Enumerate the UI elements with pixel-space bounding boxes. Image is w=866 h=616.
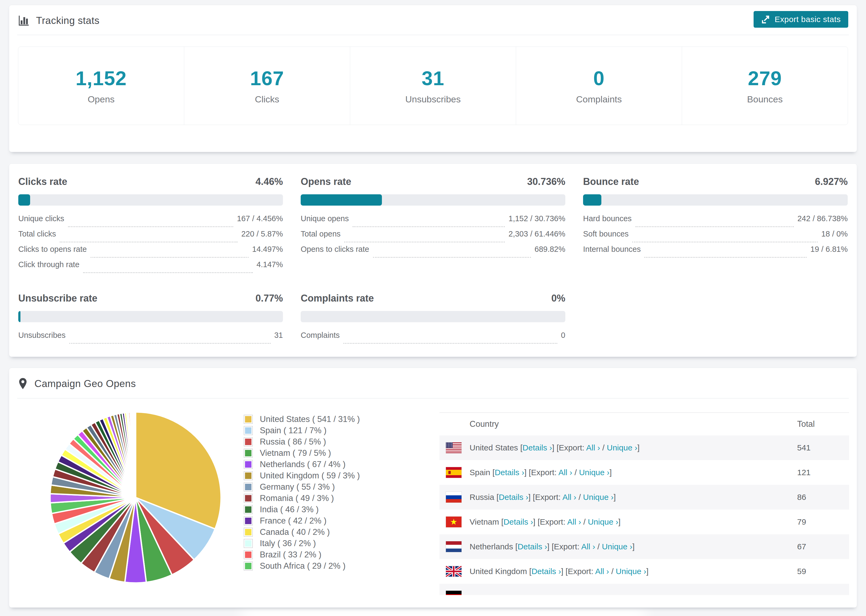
legend-swatch bbox=[244, 482, 253, 492]
legend-label: Vietnam ( 79 / 5% ) bbox=[260, 448, 331, 458]
dotted-leader bbox=[83, 272, 252, 273]
flag-icon-us bbox=[446, 442, 461, 453]
rate-row-value: 220 / 5.87% bbox=[241, 229, 283, 238]
legend-item-canada: Canada ( 40 / 2% ) bbox=[244, 526, 360, 538]
country-cell: Netherlands [Details ›] [Export: All › /… bbox=[469, 542, 635, 551]
geo-header-divider bbox=[17, 398, 849, 399]
rate-row-value: 4.147% bbox=[257, 260, 283, 269]
rate-row-label: Internal bounces bbox=[583, 245, 641, 254]
export-all-link[interactable]: All › bbox=[586, 443, 600, 452]
tracking-stats-header: Tracking stats Export basic stats bbox=[9, 5, 857, 27]
legend-swatch bbox=[244, 516, 253, 525]
legend-label: Netherlands ( 67 / 4% ) bbox=[260, 460, 346, 469]
dotted-leader bbox=[344, 242, 505, 242]
export-all-link[interactable]: All › bbox=[581, 542, 595, 551]
legend-item-united-states: United States ( 541 / 31% ) bbox=[244, 413, 360, 425]
export-all-link[interactable]: All › bbox=[562, 493, 576, 501]
export-icon bbox=[761, 15, 770, 24]
legend-label: Germany ( 55 / 3% ) bbox=[260, 482, 335, 492]
rate-row-value: 2,303 / 61.446% bbox=[509, 229, 565, 238]
dotted-leader bbox=[343, 343, 557, 344]
legend-swatch bbox=[244, 415, 253, 424]
rate-title: Bounce rate bbox=[583, 176, 639, 187]
export-all-link[interactable]: All › bbox=[567, 517, 581, 526]
export-prefix: Export: bbox=[531, 468, 556, 477]
legend-swatch bbox=[244, 471, 253, 480]
geo-title: Campaign Geo Opens bbox=[35, 378, 136, 390]
legend-item-russia: Russia ( 86 / 5% ) bbox=[244, 436, 360, 448]
stat-label: Bounces bbox=[747, 94, 783, 105]
stat-bounces: 279Bounces bbox=[682, 47, 848, 125]
details-link[interactable]: Details › bbox=[504, 517, 533, 526]
table-row-vietnam: ★Vietnam [Details ›] [Export: All › / Un… bbox=[439, 509, 849, 534]
dotted-leader bbox=[60, 242, 238, 242]
details-link[interactable]: Details › bbox=[518, 542, 547, 551]
rate-progress-fill bbox=[583, 194, 601, 206]
total-cell: 541 bbox=[797, 443, 849, 452]
details-link[interactable]: Details › bbox=[531, 567, 561, 576]
table-row-spain: Spain [Details ›] [Export: All › / Uniqu… bbox=[439, 460, 849, 485]
rate-row-label: Total opens bbox=[301, 229, 340, 238]
rate-headline-value: 6.927% bbox=[815, 176, 848, 187]
dotted-leader bbox=[644, 257, 806, 258]
stat-complaints: 0Complaints bbox=[516, 47, 682, 125]
export-basic-stats-button[interactable]: Export basic stats bbox=[754, 11, 848, 28]
rate-title: Complaints rate bbox=[301, 293, 374, 304]
dotted-leader bbox=[353, 226, 505, 227]
export-prefix: Export: bbox=[568, 567, 593, 576]
export-button-label: Export basic stats bbox=[775, 15, 841, 24]
stat-value: 0 bbox=[593, 67, 605, 90]
legend-label: Canada ( 40 / 2% ) bbox=[260, 527, 330, 537]
legend-item-romania: Romania ( 49 / 3% ) bbox=[244, 493, 360, 504]
stat-value: 1,152 bbox=[76, 67, 127, 90]
rate-row-label: Click through rate bbox=[18, 260, 79, 269]
country-cell: United Kingdom [Details ›] [Export: All … bbox=[469, 567, 649, 576]
total-cell: 59 bbox=[797, 567, 849, 576]
export-all-link[interactable]: All › bbox=[595, 567, 609, 576]
rate-headline-value: 4.46% bbox=[255, 176, 283, 187]
country-name: Russia bbox=[469, 493, 494, 501]
country-name: Netherlands bbox=[469, 542, 513, 551]
export-unique-link[interactable]: Unique › bbox=[583, 493, 614, 501]
rate-progress-track bbox=[18, 311, 283, 322]
details-link[interactable]: Details › bbox=[499, 493, 528, 501]
rate-detail-row: Unique clicks167 / 4.456% bbox=[18, 214, 283, 229]
campaign-stats-page: { "colors": { "accent_teal": "#1792a9", … bbox=[0, 0, 866, 616]
header-divider bbox=[17, 35, 849, 35]
export-unique-link[interactable]: Unique › bbox=[616, 567, 646, 576]
legend-label: Brazil ( 33 / 2% ) bbox=[260, 550, 321, 559]
export-unique-link[interactable]: Unique › bbox=[602, 542, 632, 551]
details-link[interactable]: Details › bbox=[494, 468, 524, 477]
export-unique-link[interactable]: Unique › bbox=[588, 517, 618, 526]
rate-row-value: 0 bbox=[561, 331, 565, 340]
rate-headline-value: 0.77% bbox=[255, 293, 283, 304]
stat-clicks: 167Clicks bbox=[184, 47, 350, 125]
legend-swatch bbox=[244, 426, 253, 435]
legend-label: Spain ( 121 / 7% ) bbox=[260, 426, 326, 435]
legend-item-vietnam: Vietnam ( 79 / 5% ) bbox=[244, 448, 360, 459]
dotted-leader bbox=[91, 257, 249, 258]
details-link[interactable]: Details › bbox=[523, 443, 552, 452]
rate-section-bounce-rate: Bounce rate6.927%Hard bounces242 / 86.73… bbox=[583, 176, 848, 275]
map-pin-icon bbox=[18, 378, 28, 390]
legend-swatch bbox=[244, 505, 253, 514]
rate-row-value: 1,152 / 30.736% bbox=[509, 214, 565, 223]
legend-swatch bbox=[244, 449, 253, 458]
rate-row-label: Unique opens bbox=[301, 214, 349, 223]
rate-row-value: 689.82% bbox=[535, 245, 565, 254]
rate-detail-row: Opens to clicks rate689.82% bbox=[301, 245, 565, 260]
export-unique-link[interactable]: Unique › bbox=[607, 443, 637, 452]
stats-summary-box: 1,152Opens167Clicks31Unsubscribes0Compla… bbox=[18, 47, 848, 125]
legend-swatch bbox=[244, 539, 253, 548]
legend-label: Romania ( 49 / 3% ) bbox=[260, 493, 334, 503]
export-unique-link[interactable]: Unique › bbox=[579, 468, 609, 477]
total-column-header: Total bbox=[797, 419, 849, 429]
legend-label: Russia ( 86 / 5% ) bbox=[260, 437, 326, 447]
rate-row-label: Total clicks bbox=[18, 229, 56, 238]
rate-header: Opens rate30.736% bbox=[301, 176, 565, 187]
stat-value: 279 bbox=[748, 67, 782, 90]
legend-label: India ( 46 / 3% ) bbox=[260, 505, 319, 514]
geo-country-table: Country Total United States [Details ›] … bbox=[439, 412, 849, 608]
export-all-link[interactable]: All › bbox=[558, 468, 572, 477]
country-cell: Vietnam [Details ›] [Export: All › / Uni… bbox=[469, 517, 620, 526]
